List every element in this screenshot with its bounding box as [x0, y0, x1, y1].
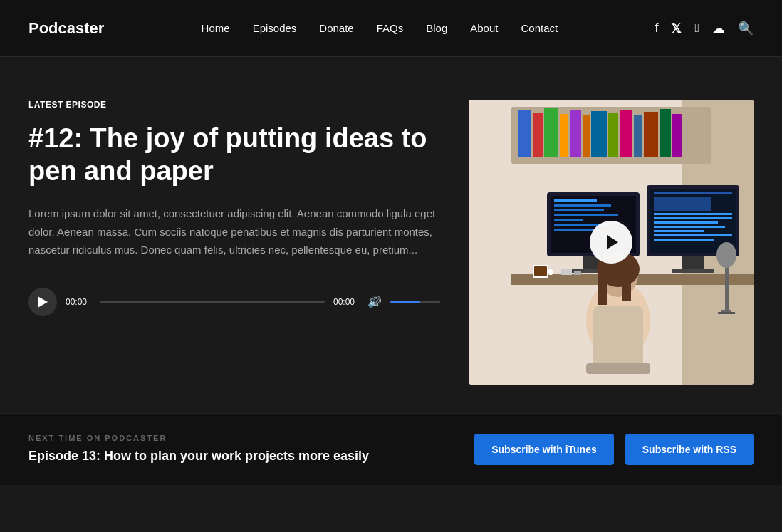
svg-rect-55	[561, 269, 572, 275]
site-logo[interactable]: Podcaster	[28, 19, 104, 38]
x-twitter-icon[interactable]: 𝕏	[671, 21, 682, 36]
svg-rect-22	[554, 209, 604, 211]
thumbnail-play-icon	[605, 234, 620, 250]
svg-marker-57	[607, 235, 618, 249]
apple-icon[interactable]: 	[694, 21, 699, 36]
svg-rect-23	[554, 214, 618, 216]
left-column: Latest Episode #12: The joy of putting i…	[28, 100, 440, 385]
svg-rect-4	[533, 113, 543, 157]
facebook-icon[interactable]: f	[655, 21, 658, 36]
svg-point-49	[716, 242, 736, 268]
svg-rect-45	[622, 269, 631, 301]
nav-donate[interactable]: Donate	[319, 22, 353, 34]
subscribe-itunes-button[interactable]: Subscribe with iTunes	[474, 434, 614, 465]
soundcloud-icon[interactable]: ☁	[712, 21, 725, 36]
svg-rect-54	[534, 266, 547, 276]
play-button[interactable]	[28, 288, 57, 316]
svg-rect-51	[718, 312, 735, 314]
nav-episodes[interactable]: Episodes	[253, 22, 297, 34]
svg-rect-28	[682, 256, 704, 271]
svg-rect-34	[654, 217, 732, 219]
episode-title: #12: The joy of putting ideas to pen and…	[28, 122, 440, 187]
latest-label: Latest Episode	[28, 100, 440, 110]
svg-rect-13	[644, 112, 658, 157]
volume-icon[interactable]: 🔊	[367, 295, 382, 308]
nav-about[interactable]: About	[470, 22, 498, 34]
nav-contact[interactable]: Contact	[521, 22, 558, 34]
svg-rect-36	[654, 226, 725, 228]
svg-rect-21	[554, 204, 611, 207]
svg-rect-31	[654, 192, 732, 194]
volume-fill	[390, 301, 420, 303]
svg-rect-56	[574, 271, 581, 275]
svg-rect-53	[548, 269, 553, 275]
social-icons: f 𝕏  ☁ 🔍	[655, 21, 754, 36]
episode-thumbnail	[469, 100, 754, 385]
nav-home[interactable]: Home	[202, 22, 230, 34]
svg-rect-11	[620, 110, 632, 157]
svg-rect-35	[654, 221, 718, 224]
right-column	[469, 100, 754, 385]
volume-bar[interactable]	[390, 301, 440, 303]
svg-rect-7	[570, 110, 581, 157]
time-total: 00:00	[333, 297, 359, 307]
nav-faqs[interactable]: FAQs	[377, 22, 404, 34]
svg-rect-9	[591, 111, 607, 157]
svg-rect-14	[660, 109, 671, 157]
progress-bar[interactable]	[100, 301, 325, 303]
svg-rect-33	[654, 213, 732, 215]
next-episode-label: NEXT TIME ON PODCASTER	[28, 434, 474, 442]
svg-rect-37	[654, 230, 704, 232]
next-episode-title: Episode 13: How to plan your work projec…	[28, 448, 474, 464]
svg-rect-15	[672, 114, 682, 157]
thumbnail-play-button[interactable]	[590, 221, 632, 264]
next-episode: NEXT TIME ON PODCASTER Episode 13: How t…	[28, 434, 474, 464]
search-icon[interactable]: 🔍	[738, 21, 754, 36]
svg-rect-12	[634, 115, 642, 157]
svg-rect-46	[593, 306, 643, 370]
svg-rect-47	[586, 363, 650, 374]
play-icon	[38, 296, 48, 308]
nav-blog[interactable]: Blog	[426, 22, 447, 34]
time-current: 00:00	[66, 297, 91, 307]
svg-rect-6	[560, 114, 568, 157]
svg-rect-20	[554, 199, 597, 202]
bottom-bar: NEXT TIME ON PODCASTER Episode 13: How t…	[0, 413, 782, 485]
svg-rect-32	[654, 197, 711, 211]
svg-rect-44	[598, 269, 607, 305]
subscribe-buttons: Subscribe with iTunes Subscribe with RSS	[474, 434, 754, 465]
svg-rect-5	[544, 108, 558, 157]
svg-rect-8	[583, 115, 590, 157]
main-content: Latest Episode #12: The joy of putting i…	[0, 57, 782, 413]
svg-rect-38	[654, 234, 732, 236]
main-nav: Home Episodes Donate FAQs Blog About Con…	[202, 22, 558, 34]
svg-rect-29	[672, 269, 714, 273]
svg-rect-10	[608, 113, 618, 157]
episode-description: Lorem ipsum dolor sit amet, consectetuer…	[28, 204, 440, 259]
svg-rect-39	[654, 239, 714, 241]
audio-player: 00:00 00:00 🔊	[28, 288, 440, 316]
subscribe-rss-button[interactable]: Subscribe with RSS	[625, 434, 754, 465]
svg-rect-3	[518, 110, 531, 157]
svg-rect-24	[554, 219, 583, 221]
